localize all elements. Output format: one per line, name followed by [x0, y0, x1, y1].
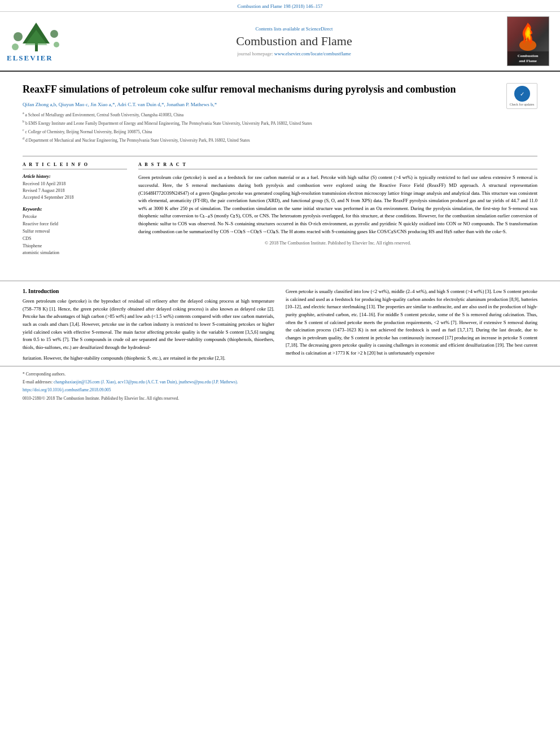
accepted-date: Accepted 4 September 2018 — [23, 194, 127, 201]
title-text-area: ReaxFF simulations of petroleum coke sul… — [23, 83, 498, 145]
banner-right: Combustion and Flame — [502, 16, 553, 66]
check-updates-box: ✓ Check for updates — [506, 83, 537, 109]
journal-reference: Combustion and Flame 198 (2018) 146–157 — [238, 3, 323, 9]
banner-left: ELSEVIER — [7, 20, 86, 63]
keywords-heading: Keywords: — [23, 207, 127, 212]
article-info-label: A R T I C L E I N F O — [23, 162, 127, 169]
svg-point-6 — [12, 43, 19, 50]
footer-copyright: 0010-2180/© 2018 The Combustion Institut… — [23, 395, 537, 401]
affiliation-d: d d Department of Mechanical and Nuclear… — [23, 136, 498, 143]
journal-title: Combustion and Flame — [86, 34, 502, 49]
journal-cover: Combustion and Flame — [507, 16, 549, 66]
journal-homepage: journal homepage: www.elsevier.com/locat… — [86, 51, 502, 56]
journal-banner: ELSEVIER Contents lists available at Sci… — [0, 12, 560, 72]
homepage-url: www.elsevier.com/locate/combustflame — [274, 51, 351, 56]
body-col-left: 1. Introduction Green petroleum coke (pe… — [23, 288, 274, 366]
keyword-5: Thiophene — [23, 243, 127, 250]
abstract-copyright: © 2018 The Combustion Institute. Publish… — [138, 240, 537, 247]
check-icon: ✓ — [514, 86, 530, 102]
doi-line: https://doi.org/10.1016/j.combustflame.2… — [23, 387, 537, 393]
section-divider — [0, 281, 560, 281]
top-header: Combustion and Flame 198 (2018) 146–157 — [0, 0, 560, 12]
revised-date: Revised 7 August 2018 — [23, 187, 127, 194]
svg-point-7 — [54, 42, 59, 47]
keyword-6: atomistic simulation — [23, 250, 127, 257]
check-updates: ✓ Check for updates — [506, 83, 537, 109]
abstract-label: A B S T R A C T — [138, 162, 537, 169]
article-history: Article history: Received 10 April 2018 … — [23, 174, 127, 201]
title-section: ReaxFF simulations of petroleum coke sul… — [23, 83, 537, 149]
affiliations: a a School of Metallurgy and Environment… — [23, 111, 498, 143]
svg-point-5 — [50, 30, 58, 38]
corresponding-label: * Corresponding authors. — [23, 371, 537, 377]
article-info-abstract: A R T I C L E I N F O Article history: R… — [23, 156, 537, 263]
banner-center: Contents lists available at ScienceDirec… — [86, 26, 502, 56]
authors: Qifan Zhong a,b, Qiuyun Mao c, Jin Xiao … — [23, 102, 498, 107]
elsevier-tree-icon — [7, 20, 66, 53]
body-content: 1. Introduction Green petroleum coke (pe… — [0, 288, 560, 366]
elsevier-label: ELSEVIER — [7, 54, 53, 63]
keyword-2: Reactive force field — [23, 221, 127, 228]
svg-point-8 — [519, 40, 536, 51]
article-content: ReaxFF simulations of petroleum coke sul… — [0, 72, 560, 274]
elsevier-logo: ELSEVIER — [7, 20, 86, 63]
affiliation-c: c c College of Chemistry, Beijing Normal… — [23, 128, 498, 135]
footnotes: * Corresponding authors. E-mail addresse… — [0, 366, 560, 401]
intro-col1-text: Green petroleum coke (petcoke) is the by… — [23, 298, 274, 362]
keywords-group: Keywords: Petcoke Reactive force field S… — [23, 207, 127, 257]
email-line: E-mail addresses: changshaxiaojin@126.co… — [23, 379, 537, 385]
check-updates-label: Check for updates — [509, 103, 535, 106]
abstract-col: A B S T R A C T Green petroleum coke (pe… — [138, 162, 537, 263]
sciencedirect-text: Contents lists available at ScienceDirec… — [86, 26, 502, 32]
cover-fire-icon — [517, 20, 539, 51]
abstract-text: Green petroleum coke (petcoke) is used a… — [138, 174, 537, 247]
article-title: ReaxFF simulations of petroleum coke sul… — [23, 83, 498, 96]
body-two-col: 1. Introduction Green petroleum coke (pe… — [23, 288, 537, 366]
affiliation-a: a a School of Metallurgy and Environment… — [23, 111, 498, 118]
article-info-col: A R T I C L E I N F O Article history: R… — [23, 162, 127, 263]
affiliation-b: b b EMS Energy Institute and Leone Famil… — [23, 119, 498, 126]
intro-heading: 1. Introduction — [23, 288, 274, 294]
body-col-right: Green petcoke is usually classified into… — [286, 288, 537, 366]
keywords-list: Petcoke Reactive force field Sulfur remo… — [23, 213, 127, 257]
cover-journal-title: Combustion and Flame — [508, 51, 549, 65]
keyword-3: Sulfur removal — [23, 228, 127, 235]
email-addresses: changshaxiaojin@126.com (J. Xiao), acv13… — [54, 379, 238, 385]
received-date: Received 10 April 2018 — [23, 181, 127, 187]
keyword-1: Petcoke — [23, 213, 127, 221]
history-heading: Article history: — [23, 174, 127, 179]
keyword-4: CDS — [23, 235, 127, 243]
intro-col2-text: Green petcoke is usually classified into… — [286, 288, 537, 357]
svg-point-4 — [14, 32, 23, 41]
